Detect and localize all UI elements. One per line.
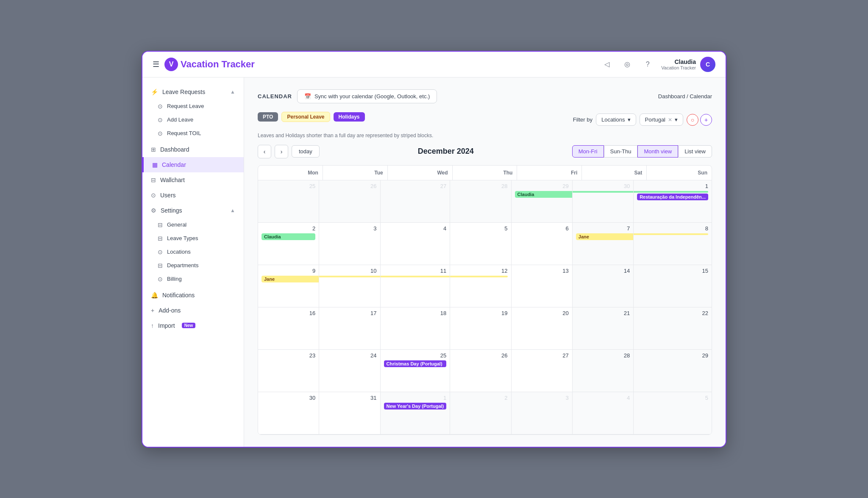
calendar-cell[interactable]: 1New Year's Day (Portugal) [381,392,451,434]
calendar-cell[interactable]: 4 [573,392,634,434]
calendar-cell[interactable]: 28 [573,350,634,392]
calendar-cell[interactable]: 1Restauração da Independên... [634,180,712,223]
calendar-cell[interactable]: 5 [450,223,511,265]
event-bar[interactable]: Claudia [515,191,572,198]
calendar-cell[interactable]: 8 [634,223,712,265]
calendar-cell[interactable]: 2Claudia [258,223,319,265]
chevron-down-icon-2[interactable]: ▾ [675,116,678,123]
cell-date: 11 [384,268,447,274]
calendar-cell[interactable]: 23 [258,350,319,392]
today-button[interactable]: today [292,145,320,158]
filter-reset-icon[interactable]: ○ [687,114,698,126]
legend-personal-leave[interactable]: Personal Leave [281,112,330,122]
calendar-cell[interactable]: 16 [258,307,319,350]
settings-label: Settings [161,207,182,214]
calendar-cell[interactable]: 30 [573,180,634,223]
event-bar[interactable] [634,191,708,193]
calendar-cell[interactable]: 10 [319,265,380,307]
event-bar[interactable]: Jane [262,276,319,282]
sidebar-item-general[interactable]: ⊟ General [151,218,244,232]
calendar-cell[interactable]: 29Claudia [512,180,573,223]
help-icon[interactable]: ? [641,58,654,71]
calendar-cell[interactable]: 30 [258,392,319,434]
calendar-cell[interactable]: 2 [450,392,511,434]
legend-pto[interactable]: PTO [258,112,278,122]
sidebar-item-import[interactable]: ↑ Import New [142,318,244,333]
sidebar-item-users[interactable]: ⊙ Users [142,188,244,203]
calendar-cell[interactable]: 13 [512,265,573,307]
sidebar-item-wallchart[interactable]: ⊟ Wallchart [142,172,244,188]
calendar-cell[interactable]: 29 [634,350,712,392]
notification-icon[interactable]: ◁ [600,58,614,71]
calendar-cell[interactable]: 9Jane [258,265,319,307]
hamburger-icon[interactable]: ☰ [153,60,159,69]
event-bar[interactable]: New Year's Day (Portugal) [384,403,447,409]
calendar-cell[interactable]: 22 [634,307,712,350]
filter-type-select[interactable]: Locations ▾ [596,113,636,126]
calendar-cell[interactable]: 12 [450,265,511,307]
view-btn-mon-fri[interactable]: Mon-Fri [572,145,604,158]
cell-date: 8 [637,225,708,232]
calendar-cell[interactable]: 15 [634,265,712,307]
sidebar-item-settings[interactable]: ⚙ Settings ▲ [142,203,244,218]
calendar-cell[interactable]: 19 [450,307,511,350]
calendar-cell[interactable]: 4 [381,223,451,265]
user-menu[interactable]: Claudia Vacation Tracker C [661,57,715,72]
calendar-cell[interactable]: 24 [319,350,380,392]
breadcrumb-home[interactable]: Dashboard [658,93,685,100]
sidebar-item-request-toil[interactable]: ⊙ Request TOIL [151,127,244,140]
event-bar[interactable]: Christmas Day (Portugal) [384,360,447,367]
calendar-cell[interactable]: 21 [573,307,634,350]
location-icon[interactable]: ◎ [620,58,634,71]
sidebar-item-addons[interactable]: + Add-ons [142,303,244,318]
calendar-cell[interactable]: 11 [381,265,451,307]
calendar-cell[interactable]: 3 [512,392,573,434]
sidebar-item-add-leave[interactable]: ⊙ Add Leave [151,113,244,127]
event-bar[interactable] [381,276,450,277]
calendar-cell[interactable]: 25Christmas Day (Portugal) [381,350,451,392]
sidebar-item-dashboard[interactable]: ⊞ Dashboard [142,142,244,157]
event-bar[interactable]: Restauração da Independên... [637,194,708,200]
sidebar-item-locations[interactable]: ⊙ Locations [151,245,244,259]
dashboard-label: Dashboard [160,146,189,153]
calendar-cell[interactable]: 26 [319,180,380,223]
calendar-cell[interactable]: 27 [512,350,573,392]
calendar-cell[interactable]: 14 [573,265,634,307]
sidebar-item-leave-requests[interactable]: ⚡ Leave Requests ▲ [142,84,244,100]
next-month-button[interactable]: › [275,145,288,158]
sidebar-item-departments[interactable]: ⊟ Departments [151,259,244,272]
filter-remove-icon[interactable]: ✕ [668,117,672,123]
calendar-cell[interactable]: 20 [512,307,573,350]
sync-button[interactable]: 📅 Sync with your calendar (Google, Outlo… [297,89,437,103]
sidebar-item-billing[interactable]: ⊙ Billing [151,272,244,286]
event-bar[interactable] [319,276,380,277]
event-bar[interactable] [573,191,633,193]
calendar-cell[interactable]: 17 [319,307,380,350]
calendar-cell[interactable]: 25 [258,180,319,223]
event-bar[interactable]: Claudia [262,233,315,240]
view-btn-sun-thu[interactable]: Sun-Thu [604,145,638,158]
view-btn-list[interactable]: List view [678,145,712,158]
calendar-cell[interactable]: 5 [634,392,712,434]
calendar-cell[interactable]: 27 [381,180,451,223]
sidebar-item-notifications[interactable]: 🔔 Notifications [142,288,244,303]
calendar-cell[interactable]: 31 [319,392,380,434]
event-bar[interactable] [634,233,708,235]
calendar-cell[interactable]: 26 [450,350,511,392]
prev-month-button[interactable]: ‹ [258,145,271,158]
calendar-cell[interactable]: 28 [450,180,511,223]
view-btn-month[interactable]: Month view [637,145,678,158]
calendar-cell[interactable]: 3 [319,223,380,265]
legend-holidays[interactable]: Holidays [334,112,365,122]
user-subtitle: Vacation Tracker [661,65,696,70]
sidebar-item-calendar[interactable]: ▦ Calendar [142,157,244,172]
filter-add-icon[interactable]: + [700,114,712,126]
cell-date: 25 [384,352,447,359]
calendar-cell[interactable]: 7Jane [573,223,634,265]
calendar-cell[interactable]: 6 [512,223,573,265]
sidebar-item-request-leave[interactable]: ⊙ Request Leave [151,100,244,113]
event-bar[interactable]: Jane [576,233,633,240]
event-bar[interactable] [450,276,507,277]
sidebar-item-leave-types[interactable]: ⊟ Leave Types [151,232,244,245]
calendar-cell[interactable]: 18 [381,307,451,350]
